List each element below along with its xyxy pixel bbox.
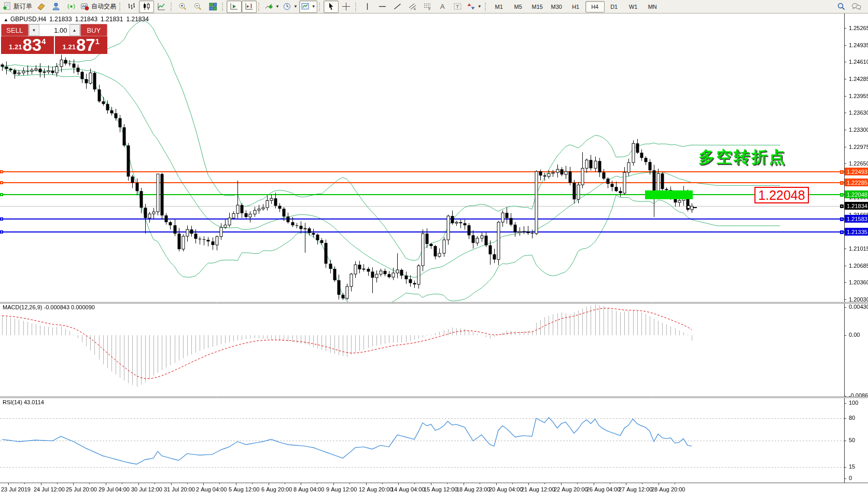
arrows-icon bbox=[467, 2, 475, 11]
volume-stepper: ▼ ▲ bbox=[29, 24, 80, 36]
candlestick-chart-icon bbox=[142, 2, 151, 11]
search-button[interactable] bbox=[834, 1, 849, 13]
channel-icon: E bbox=[408, 2, 417, 11]
quote-close: 1.21834 bbox=[126, 16, 148, 23]
zoom-in-button[interactable] bbox=[175, 1, 190, 13]
buy-button[interactable]: BUY bbox=[80, 24, 108, 36]
chevron-down-icon: ▼ bbox=[293, 4, 298, 9]
timeframe-m30-button[interactable]: M30 bbox=[547, 1, 566, 12]
svg-text:A: A bbox=[440, 3, 445, 10]
text-icon: A bbox=[438, 2, 447, 11]
new-order-button[interactable]: 新订单 bbox=[1, 1, 34, 13]
tile-windows-button[interactable] bbox=[205, 1, 220, 13]
timeframe-mn-button[interactable]: MN bbox=[643, 1, 662, 12]
timeframe-d1-button[interactable]: D1 bbox=[605, 1, 624, 12]
bar-chart-button[interactable] bbox=[124, 1, 139, 13]
sell-price-button[interactable]: 1.21834 bbox=[1, 36, 54, 54]
toolbar-grip bbox=[119, 3, 122, 11]
horizontal-line-button[interactable] bbox=[375, 1, 390, 13]
tile-windows-icon bbox=[208, 2, 217, 11]
text-button[interactable]: A bbox=[435, 1, 450, 13]
horizontal-line-icon bbox=[378, 2, 387, 11]
timeframe-w1-button[interactable]: W1 bbox=[624, 1, 643, 12]
line-chart-icon bbox=[157, 2, 166, 11]
candlestick-chart-button[interactable] bbox=[139, 1, 154, 13]
svg-text:E: E bbox=[414, 7, 416, 10]
toolbar-grip bbox=[258, 3, 261, 11]
crosshair-button[interactable] bbox=[339, 1, 354, 13]
quote-low: 1.21831 bbox=[101, 16, 123, 23]
publisher-button[interactable] bbox=[49, 1, 64, 13]
autotrade-label: 自动交易 bbox=[91, 2, 116, 11]
trendline-button[interactable] bbox=[390, 1, 405, 13]
text-label-button[interactable]: T bbox=[450, 1, 465, 13]
fibonacci-icon: F bbox=[423, 2, 432, 11]
sell-price-main: 83 bbox=[22, 37, 41, 53]
turning-point-annotation: 多空转折点 bbox=[698, 146, 787, 168]
signals-icon bbox=[67, 2, 76, 11]
buy-price-button[interactable]: 1.21871 bbox=[55, 36, 108, 54]
quote-line: ▲GBPUSD,H41.218331.218431.218311.21834 bbox=[4, 16, 152, 23]
timeframe-m1-button[interactable]: M1 bbox=[489, 1, 509, 12]
vertical-line-button[interactable] bbox=[360, 1, 375, 13]
periods-button[interactable]: ▼ bbox=[281, 1, 299, 13]
price-callout-box: 1.22048 bbox=[754, 187, 809, 203]
auto-scroll-button[interactable] bbox=[227, 1, 242, 13]
toolbar-grip bbox=[171, 3, 173, 11]
timeframe-m15-button[interactable]: M15 bbox=[528, 1, 547, 12]
buy-price-main: 87 bbox=[76, 37, 95, 53]
chart-shift-icon bbox=[245, 2, 254, 11]
timeframe-m5-button[interactable]: M5 bbox=[509, 1, 528, 12]
toolbar-grip bbox=[319, 3, 321, 11]
arrows-button[interactable]: ▼ bbox=[465, 1, 483, 13]
equidistant-channel-button[interactable]: E bbox=[405, 1, 420, 13]
auto-scroll-icon bbox=[230, 2, 239, 11]
macd-indicator-label: MACD(12,26,9) -0.000843 0.000090 bbox=[3, 304, 95, 310]
volume-decrease-button[interactable]: ▼ bbox=[29, 24, 39, 36]
quote-high: 1.21843 bbox=[75, 16, 97, 23]
zoom-out-button[interactable] bbox=[190, 1, 205, 13]
sell-button[interactable]: SELL bbox=[1, 24, 29, 36]
search-icon bbox=[837, 2, 846, 11]
one-click-trading-panel: SELL ▼ ▲ BUY 1.21834 1.21871 bbox=[1, 24, 107, 54]
zoom-in-icon bbox=[178, 2, 187, 11]
rsi-indicator-label: RSI(14) 43.0114 bbox=[3, 399, 44, 405]
indicators-icon bbox=[264, 2, 273, 11]
chart-shift-button[interactable] bbox=[242, 1, 257, 13]
signals-button[interactable] bbox=[64, 1, 79, 13]
new-order-icon bbox=[3, 2, 11, 11]
community-button[interactable] bbox=[849, 1, 864, 13]
new-order-label: 新订单 bbox=[13, 2, 32, 11]
volume-input[interactable] bbox=[39, 24, 69, 36]
quote-open: 1.21833 bbox=[49, 16, 72, 23]
timeframe-h4-button[interactable]: H4 bbox=[585, 1, 605, 12]
price-chart-canvas[interactable] bbox=[0, 0, 868, 493]
styler-button[interactable] bbox=[34, 1, 49, 13]
chevron-down-icon: ▼ bbox=[275, 4, 279, 9]
toolbar-grip bbox=[355, 3, 358, 11]
toolbar: 新订单 自动交易 ▼ ▼ bbox=[0, 0, 868, 13]
templates-button[interactable]: ▼ bbox=[299, 1, 317, 13]
indicators-button[interactable]: ▼ bbox=[263, 1, 281, 13]
svg-text:T: T bbox=[456, 4, 459, 9]
bar-chart-icon bbox=[127, 2, 136, 11]
buy-price-prefix: 1.21 bbox=[63, 43, 76, 51]
autotrade-button[interactable]: 自动交易 bbox=[79, 1, 118, 13]
fibonacci-button[interactable]: F bbox=[420, 1, 435, 13]
symbol-timeframe: GBPUSD,H4 bbox=[10, 16, 46, 23]
cursor-icon bbox=[327, 2, 335, 11]
chevron-down-icon: ▼ bbox=[312, 4, 316, 9]
direction-up-icon: ▲ bbox=[4, 17, 8, 22]
chat-bubbles-icon bbox=[851, 2, 861, 11]
trendline-icon bbox=[393, 2, 402, 11]
vertical-line-icon bbox=[363, 2, 372, 11]
toolbar-grip bbox=[485, 3, 487, 11]
sell-price-pip: 4 bbox=[41, 37, 46, 46]
autotrade-icon bbox=[80, 2, 89, 11]
publisher-icon bbox=[52, 2, 61, 11]
cursor-button[interactable] bbox=[324, 1, 339, 13]
timeframe-h1-button[interactable]: H1 bbox=[566, 1, 585, 12]
volume-increase-button[interactable]: ▲ bbox=[69, 24, 80, 36]
line-chart-button[interactable] bbox=[154, 1, 169, 13]
periods-icon bbox=[283, 2, 291, 11]
